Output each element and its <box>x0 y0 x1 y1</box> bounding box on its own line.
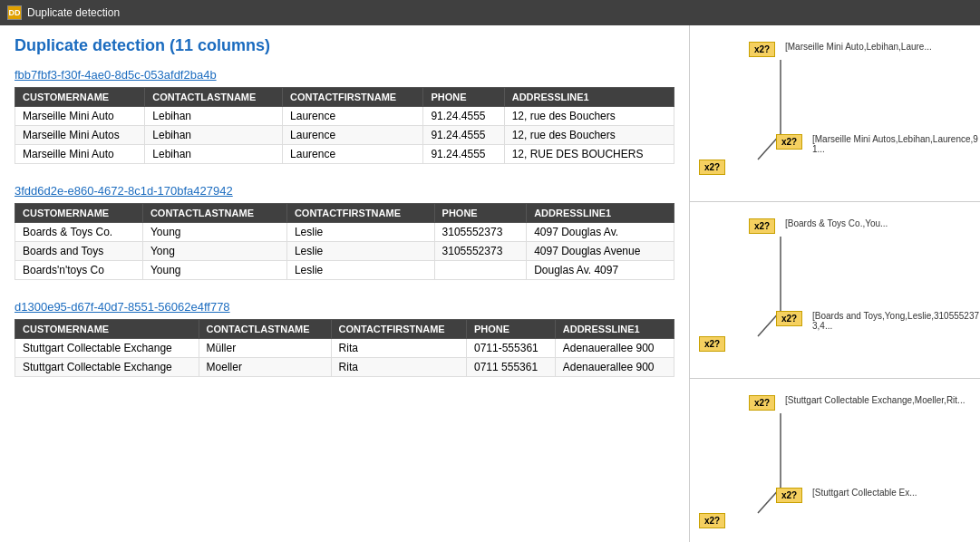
column-header: ADDRESSLINE1 <box>504 88 674 107</box>
table-cell: 91.24.4555 <box>423 107 504 126</box>
table-cell: Adenauerallee 900 <box>555 339 674 358</box>
table-cell: Leslie <box>286 242 434 261</box>
table-cell: Moeller <box>199 358 331 377</box>
table-cell: Douglas Av. 4097 <box>527 261 674 280</box>
table-cell: 12, rue des Bouchers <box>504 107 674 126</box>
graph-node-bottom-right-label: [Boards and Toys,Yong,Leslie,3105552373,… <box>812 311 980 331</box>
sections-container: fbb7fbf3-f30f-4ae0-8d5c-053afdf2ba4bCUST… <box>15 68 674 377</box>
graph-section-0: x2?[Marseille Mini Auto,Lebihan,Laure...… <box>690 25 980 202</box>
section-id-1[interactable]: 3fdd6d2e-e860-4672-8c1d-170bfa427942 <box>15 184 674 198</box>
column-header: CONTACTLASTNAME <box>145 88 283 107</box>
table-row: Marseille Mini AutosLebihanLaurence91.24… <box>15 126 674 145</box>
table-row: Boards'n'toys CoYoungLeslieDouglas Av. 4… <box>15 261 674 280</box>
graph-lines <box>690 25 980 201</box>
table-2: CUSTOMERNAMECONTACTLASTNAMECONTACTFIRSTN… <box>15 319 674 377</box>
graph-lines <box>690 202 980 378</box>
column-header: CONTACTFIRSTNAME <box>331 320 466 339</box>
graph-node-bottom-left[interactable]: x2? <box>699 336 725 352</box>
section-0: fbb7fbf3-f30f-4ae0-8d5c-053afdf2ba4bCUST… <box>15 68 674 164</box>
table-cell: Lebihan <box>145 145 283 164</box>
table-cell: Boards & Toys Co. <box>15 223 143 242</box>
table-row: Stuttgart Collectable ExchangeMüllerRita… <box>15 339 674 358</box>
table-cell: Müller <box>199 339 331 358</box>
graph-node-bottom-right[interactable]: x2? <box>776 488 802 503</box>
table-cell: 91.24.4555 <box>423 126 504 145</box>
table-1: CUSTOMERNAMECONTACTLASTNAMECONTACTFIRSTN… <box>15 203 674 280</box>
graph-node-top-label: [Boards & Toys Co.,You... <box>785 218 888 228</box>
column-header: CONTACTLASTNAME <box>199 320 331 339</box>
section-id-0[interactable]: fbb7fbf3-f30f-4ae0-8d5c-053afdf2ba4b <box>15 68 674 82</box>
table-cell: Rita <box>331 339 466 358</box>
graph-node-bottom-left[interactable]: x2? <box>699 160 725 175</box>
table-cell: Marseille Mini Auto <box>15 107 145 126</box>
graphs-container: x2?[Marseille Mini Auto,Lebihan,Laure...… <box>690 25 980 542</box>
table-cell: Adenauerallee 900 <box>555 358 674 377</box>
graph-node-top[interactable]: x2? <box>749 218 775 234</box>
graph-node-bottom-right[interactable]: x2? <box>776 134 802 150</box>
section-1: 3fdd6d2e-e860-4672-8c1d-170bfa427942CUST… <box>15 184 674 280</box>
column-header: ADDRESSLINE1 <box>527 204 674 223</box>
table-cell: Boards'n'toys Co <box>15 261 143 280</box>
table-cell: 12, RUE DES BOUCHERS <box>504 145 674 164</box>
table-row: Marseille Mini AutoLebihanLaurence91.24.… <box>15 107 674 126</box>
table-cell: Leslie <box>286 223 434 242</box>
table-cell: 91.24.4555 <box>423 145 504 164</box>
section-2: d1300e95-d67f-40d7-8551-56062e4ff778CUST… <box>15 300 674 377</box>
table-cell: Marseille Mini Autos <box>15 126 145 145</box>
graph-section-1: x2?[Boards & Toys Co.,You...x2?x2?[Board… <box>690 202 980 379</box>
table-row: Boards & Toys Co.YoungLeslie310555237340… <box>15 223 674 242</box>
table-cell: Laurence <box>283 126 423 145</box>
graph-node-bottom-right-label: [Stuttgart Collectable Ex... <box>812 488 917 498</box>
right-panel: x2?[Marseille Mini Auto,Lebihan,Laure...… <box>689 25 980 542</box>
table-cell: 12, rue des Bouchers <box>504 126 674 145</box>
column-header: PHONE <box>467 320 556 339</box>
title-bar-text: Duplicate detection <box>27 6 120 19</box>
table-cell: 0711 555361 <box>467 358 556 377</box>
table-row: Boards and ToysYongLeslie31055523734097 … <box>15 242 674 261</box>
section-id-2[interactable]: d1300e95-d67f-40d7-8551-56062e4ff778 <box>15 300 674 314</box>
table-row: Marseille Mini AutoLebihanLaurence91.24.… <box>15 145 674 164</box>
table-cell: Yong <box>142 242 286 261</box>
table-cell: Laurence <box>283 145 423 164</box>
table-cell: 3105552373 <box>434 223 527 242</box>
column-header: CUSTOMERNAME <box>15 88 145 107</box>
table-cell: Laurence <box>283 107 423 126</box>
column-header: CUSTOMERNAME <box>15 204 143 223</box>
graph-section-2: x2?[Stuttgart Collectable Exchange,Moell… <box>690 379 980 542</box>
table-0: CUSTOMERNAMECONTACTLASTNAMECONTACTFIRSTN… <box>15 87 674 164</box>
table-cell: Boards and Toys <box>15 242 143 261</box>
column-header: PHONE <box>434 204 527 223</box>
table-cell: 4097 Douglas Av. <box>527 223 674 242</box>
column-header: CUSTOMERNAME <box>15 320 199 339</box>
column-header: CONTACTFIRSTNAME <box>286 204 434 223</box>
column-header: CONTACTLASTNAME <box>142 204 286 223</box>
column-header: ADDRESSLINE1 <box>555 320 674 339</box>
column-header: CONTACTFIRSTNAME <box>283 88 423 107</box>
graph-node-top[interactable]: x2? <box>749 395 775 411</box>
graph-node-top-label: [Stuttgart Collectable Exchange,Moeller,… <box>785 395 965 405</box>
table-cell: Stuttgart Collectable Exchange <box>15 339 199 358</box>
table-row: Stuttgart Collectable ExchangeMoellerRit… <box>15 358 674 377</box>
left-panel: Duplicate detection (11 columns) fbb7fbf… <box>0 25 689 542</box>
table-cell: Lebihan <box>145 107 283 126</box>
page-title: Duplicate detection (11 columns) <box>15 36 674 55</box>
graph-node-top[interactable]: x2? <box>749 42 775 57</box>
table-cell: Young <box>142 261 286 280</box>
graph-node-bottom-right[interactable]: x2? <box>776 311 802 326</box>
table-cell: Marseille Mini Auto <box>15 145 145 164</box>
table-cell <box>434 261 527 280</box>
title-bar: DD Duplicate detection <box>0 0 980 25</box>
table-cell: Young <box>142 223 286 242</box>
table-cell: Lebihan <box>145 126 283 145</box>
graph-node-bottom-right-label: [Marseille Mini Autos,Lebihan,Laurence,9… <box>812 134 980 154</box>
table-cell: Rita <box>331 358 466 377</box>
graph-node-bottom-left[interactable]: x2? <box>699 513 725 528</box>
table-cell: Stuttgart Collectable Exchange <box>15 358 199 377</box>
app-icon: DD <box>7 5 22 20</box>
column-header: PHONE <box>423 88 504 107</box>
main-content: Duplicate detection (11 columns) fbb7fbf… <box>0 25 980 542</box>
graph-node-top-label: [Marseille Mini Auto,Lebihan,Laure... <box>785 42 932 52</box>
table-cell: 3105552373 <box>434 242 527 261</box>
table-cell: Leslie <box>286 261 434 280</box>
table-cell: 0711-555361 <box>467 339 556 358</box>
